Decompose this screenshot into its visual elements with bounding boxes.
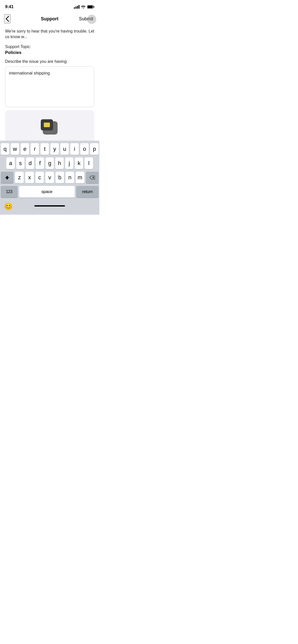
emoji-button[interactable]: 😊 xyxy=(4,202,13,211)
intro-text: We're sorry to hear that you're having t… xyxy=(5,28,94,40)
wifi-icon xyxy=(81,5,86,9)
status-time: 9:41 xyxy=(5,4,13,9)
issue-text: international shipping xyxy=(9,71,50,76)
back-button[interactable] xyxy=(4,14,11,23)
upload-icon-photo xyxy=(44,123,50,127)
support-topic-value: Policies xyxy=(5,50,94,55)
key-t[interactable]: t xyxy=(40,143,49,155)
page-title: Support xyxy=(41,16,59,22)
key-y[interactable]: y xyxy=(50,143,59,155)
keyboard-bottom-row: 123 space return xyxy=(1,186,99,198)
key-m[interactable]: m xyxy=(76,172,84,183)
key-q[interactable]: q xyxy=(1,143,9,155)
key-k[interactable]: k xyxy=(75,157,83,169)
svg-rect-2 xyxy=(88,6,93,8)
status-bar: 9:41 xyxy=(0,0,99,12)
nav-bar: Support Submit xyxy=(0,12,99,26)
status-icons xyxy=(74,5,94,9)
svg-rect-1 xyxy=(93,6,94,8)
key-z[interactable]: z xyxy=(15,172,24,183)
key-g[interactable]: g xyxy=(46,157,54,169)
key-n[interactable]: n xyxy=(65,172,74,183)
key-o[interactable]: o xyxy=(80,143,89,155)
signal-icon xyxy=(74,5,79,9)
space-key[interactable]: space xyxy=(19,186,75,198)
key-x[interactable]: x xyxy=(25,172,34,183)
keyboard-row-3: z x c v b n m xyxy=(1,172,99,183)
key-w[interactable]: w xyxy=(11,143,19,155)
key-f[interactable]: f xyxy=(36,157,44,169)
home-indicator xyxy=(34,205,65,207)
delete-key[interactable] xyxy=(86,172,99,183)
numbers-key[interactable]: 123 xyxy=(1,186,18,198)
submit-circle-overlay xyxy=(87,15,96,24)
key-a[interactable]: a xyxy=(6,157,15,169)
key-b[interactable]: b xyxy=(56,172,64,183)
key-l[interactable]: l xyxy=(85,157,93,169)
key-u[interactable]: u xyxy=(60,143,69,155)
shift-key[interactable] xyxy=(1,172,13,183)
battery-icon xyxy=(87,5,94,9)
support-topic-label: Support Topic: xyxy=(5,45,94,49)
key-e[interactable]: e xyxy=(21,143,29,155)
key-j[interactable]: j xyxy=(65,157,73,169)
key-r[interactable]: r xyxy=(31,143,39,155)
key-s[interactable]: s xyxy=(16,157,24,169)
keyboard-row-1: q w e r t y u i o p xyxy=(1,143,99,155)
keyboard: q w e r t y u i o p a s d f g h j k l z … xyxy=(0,141,99,215)
upload-icon xyxy=(41,119,59,137)
keyboard-extras: 😊 xyxy=(1,200,99,214)
issue-textarea[interactable]: international shipping xyxy=(5,66,94,107)
key-p[interactable]: p xyxy=(90,143,99,155)
key-v[interactable]: v xyxy=(45,172,54,183)
key-d[interactable]: d xyxy=(26,157,34,169)
keyboard-row-2: a s d f g h j k l xyxy=(1,157,99,169)
key-i[interactable]: i xyxy=(70,143,79,155)
key-h[interactable]: h xyxy=(55,157,63,169)
return-key[interactable]: return xyxy=(76,186,99,198)
describe-label: Describe the issue you are having: xyxy=(5,59,94,64)
upload-icon-front xyxy=(41,119,53,130)
key-c[interactable]: c xyxy=(35,172,44,183)
